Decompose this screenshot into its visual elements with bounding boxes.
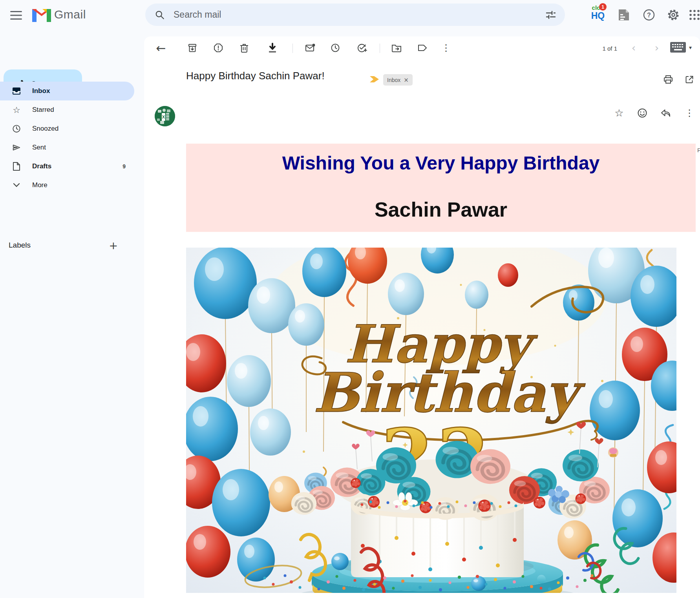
sidebar-item-inbox[interactable]: Inbox — [0, 82, 134, 100]
report-spam-icon[interactable] — [210, 39, 227, 57]
birthday-card-image: Happy Birthday 22 — [186, 248, 676, 593]
search-bar[interactable] — [145, 4, 565, 26]
print-icon[interactable] — [660, 71, 677, 88]
sidebar-item-starred[interactable]: ☆ Starred — [0, 100, 134, 119]
cloudhq-extension-icon[interactable]: clou 1 HQ — [587, 5, 609, 25]
cupcake-ornament — [608, 447, 618, 458]
search-input[interactable] — [173, 9, 545, 20]
caret-down-icon: ▾ — [689, 44, 692, 51]
chevron-down-icon — [12, 183, 21, 188]
chip-label: Inbox — [387, 77, 400, 83]
star-icon[interactable]: ☆ — [610, 104, 628, 122]
sidebar-item-label: Snoozed — [32, 125, 58, 133]
extension-badge: 1 — [599, 3, 607, 11]
input-tools-button[interactable]: ▾ — [670, 42, 692, 53]
pagination-label: 1 of 1 — [580, 45, 617, 52]
settings-gear-icon[interactable] — [664, 6, 682, 24]
drafts-count: 9 — [122, 163, 126, 170]
label-icon[interactable] — [414, 39, 431, 57]
sidebar-item-snoozed[interactable]: Snoozed — [0, 119, 134, 138]
sidebar-item-sent[interactable]: Sent — [0, 138, 134, 157]
mark-unread-icon[interactable] — [302, 39, 319, 57]
sidebar-item-label: Inbox — [32, 87, 50, 95]
download-icon[interactable] — [264, 39, 281, 57]
star-icon: ☆ — [12, 105, 21, 115]
sidebar: Compose Inbox ☆ Starred Snoozed Sent Dra… — [0, 29, 144, 598]
more-options-icon[interactable]: ⋮ — [681, 104, 698, 122]
send-icon — [12, 143, 21, 152]
older-email-chevron-icon[interactable]: › — [648, 39, 665, 57]
hamburger-menu-icon[interactable] — [7, 6, 25, 24]
tune-icon[interactable] — [545, 9, 556, 20]
back-arrow-icon[interactable]: ← — [152, 39, 170, 57]
search-icon[interactable] — [155, 10, 165, 20]
draft-icon — [12, 162, 21, 171]
help-icon[interactable]: ? — [640, 6, 658, 24]
add-to-tasks-icon[interactable] — [353, 39, 371, 57]
app-title: Gmail — [54, 8, 86, 21]
sender-avatar[interactable]: X — [155, 106, 175, 126]
cloudhq-text-bottom: HQ — [587, 11, 609, 20]
toolbar-divider — [380, 44, 380, 53]
top-bar: Gmail clou 1 HQ ? — [0, 0, 700, 29]
labels-title: Labels — [9, 241, 31, 250]
banner-name: Sachin Pawar — [186, 198, 696, 221]
sidebar-item-more[interactable]: More — [0, 176, 134, 195]
add-label-icon[interactable]: + — [109, 239, 118, 252]
sidebar-item-drafts[interactable]: Drafts 9 — [0, 157, 134, 176]
delete-icon[interactable] — [236, 39, 253, 57]
newer-email-chevron-icon[interactable]: ‹ — [625, 39, 642, 57]
sidebar-item-label: Drafts — [32, 162, 51, 170]
labels-header: Labels + — [0, 237, 134, 254]
clock-icon — [12, 124, 21, 133]
gmail-logo-icon — [31, 7, 52, 23]
inbox-icon — [12, 86, 21, 96]
email-subject: Happy Birthday Sachin Pawar! — [186, 70, 325, 82]
snooze-icon[interactable] — [327, 39, 344, 57]
chip-close-icon[interactable]: × — [404, 77, 409, 84]
important-marker-icon[interactable] — [370, 76, 379, 83]
reply-icon[interactable] — [657, 104, 674, 122]
banner-heading: Wishing You a Very Happy Birthday — [186, 152, 696, 174]
emoji-reaction-icon[interactable] — [634, 104, 651, 122]
move-to-icon[interactable] — [388, 39, 405, 57]
sidebar-item-label: Starred — [32, 106, 54, 114]
inbox-label-chip[interactable]: Inbox × — [383, 74, 413, 86]
toolbar-divider — [292, 44, 293, 53]
birthday-banner: Wishing You a Very Happy Birthday Sachin… — [186, 144, 696, 232]
sidebar-item-label: Sent — [32, 144, 46, 151]
open-in-new-icon[interactable] — [681, 71, 698, 88]
template-extension-icon[interactable] — [615, 6, 633, 24]
archive-icon[interactable] — [184, 39, 201, 57]
sidebar-item-label: More — [32, 181, 48, 189]
keyboard-icon — [670, 42, 686, 53]
apps-grid-icon[interactable] — [685, 6, 700, 24]
gmail-app: { "header": { "logo_text": "Gmail", "sea… — [0, 0, 700, 598]
svg-text:X: X — [162, 115, 165, 119]
svg-text:?: ? — [647, 12, 651, 18]
more-options-icon[interactable]: ⋮ — [437, 39, 455, 57]
